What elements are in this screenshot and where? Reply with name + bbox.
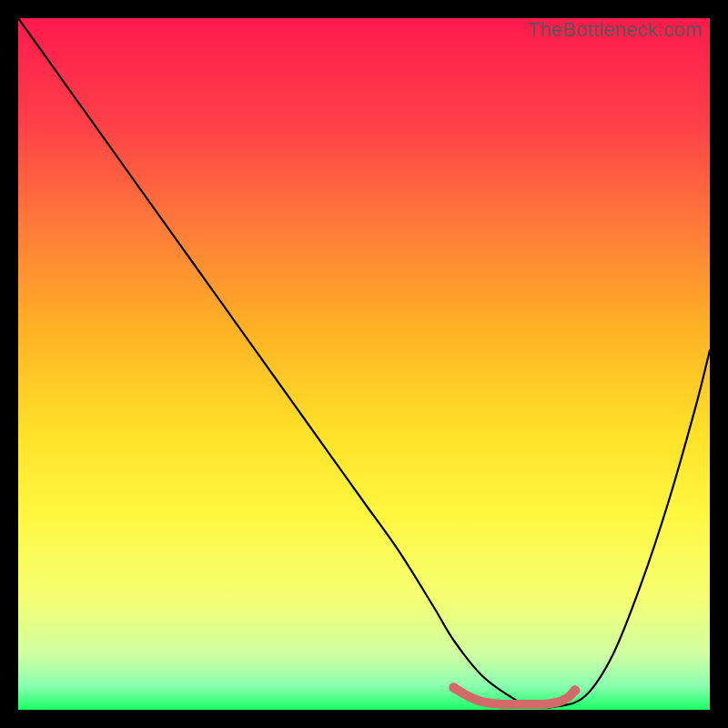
chart-svg (18, 18, 710, 710)
marker-endpoint-1 (570, 685, 580, 695)
gradient-background (18, 18, 710, 710)
marker-endpoint-0 (449, 682, 459, 693)
watermark-text: TheBottleneck.com (528, 18, 703, 42)
chart-frame: TheBottleneck.com (18, 18, 710, 710)
